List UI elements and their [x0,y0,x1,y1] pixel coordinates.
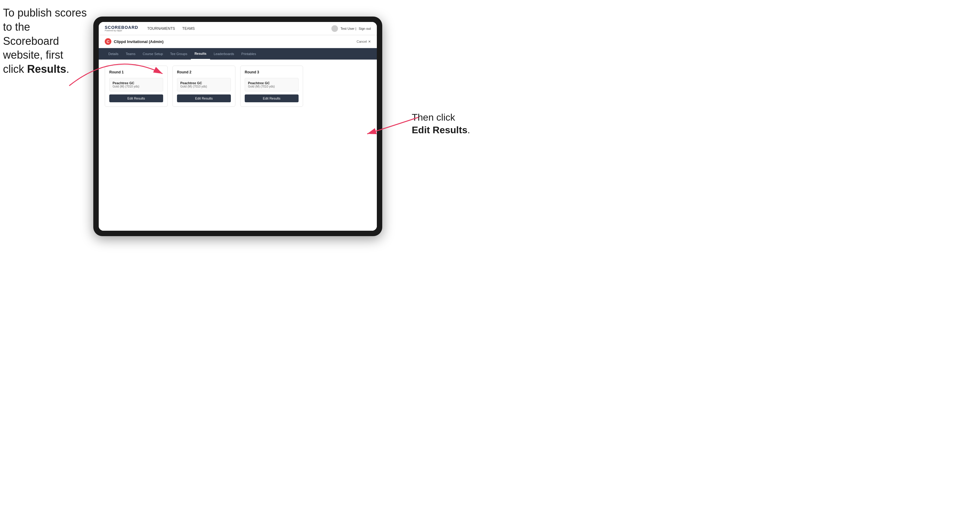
instruction-line2: to the Scoreboard [3,21,59,47]
round-3-course-name: Peachtree GC [248,81,295,85]
tournament-name: Clippd Invitational (Admin) [114,40,164,44]
round-3-edit-results-button[interactable]: Edit Results [245,94,299,102]
sign-out-link[interactable]: Sign out [359,27,371,30]
instruction-right: Then click Edit Results. [412,111,481,136]
round-2-course-details: Gold (M) (7010 yds) [180,85,228,88]
tab-leaderboards[interactable]: Leaderboards [210,48,238,60]
round-3-card: Round 3 Peachtree GC Gold (M) (7010 yds)… [240,65,303,107]
instruction-line3: website, first [3,49,63,61]
logo-sub: Powered by clippd [105,30,138,32]
scoreboard-logo: SCOREBOARD Powered by clippd [105,25,138,32]
round-2-course-name: Peachtree GC [180,81,228,85]
navbar-user: Test User | Sign out [331,25,371,32]
instruction-line1: To publish scores [3,6,87,19]
top-navbar: SCOREBOARD Powered by clippd TOURNAMENTS… [99,22,377,35]
tab-printables[interactable]: Printables [238,48,260,60]
user-avatar [331,25,338,32]
round-2-card: Round 2 Peachtree GC Gold (M) (7010 yds)… [172,65,235,107]
user-name: Test User | [340,27,356,30]
nav-tournaments[interactable]: TOURNAMENTS [147,25,175,32]
round-1-edit-results-button[interactable]: Edit Results [109,94,163,102]
close-icon: ✕ [368,40,371,44]
instruction-line4: click [3,63,27,75]
round-2-course-card: Peachtree GC Gold (M) (7010 yds) [177,78,231,91]
navbar-links: TOURNAMENTS TEAMS [147,25,331,32]
logo-text: SCOREBOARD [105,25,138,30]
round-2-title: Round 2 [177,70,231,74]
round-3-title: Round 3 [245,70,299,74]
arrow-to-results [60,44,172,92]
cancel-label: Cancel [357,40,367,43]
cancel-button[interactable]: Cancel ✕ [357,40,371,44]
round-3-course-details: Gold (M) (7010 yds) [248,85,295,88]
round-3-course-card: Peachtree GC Gold (M) (7010 yds) [245,78,299,91]
tab-results[interactable]: Results [191,48,210,60]
nav-teams[interactable]: TEAMS [182,25,195,32]
round-2-edit-results-button[interactable]: Edit Results [177,94,231,102]
arrow-to-edit-results [361,111,422,141]
